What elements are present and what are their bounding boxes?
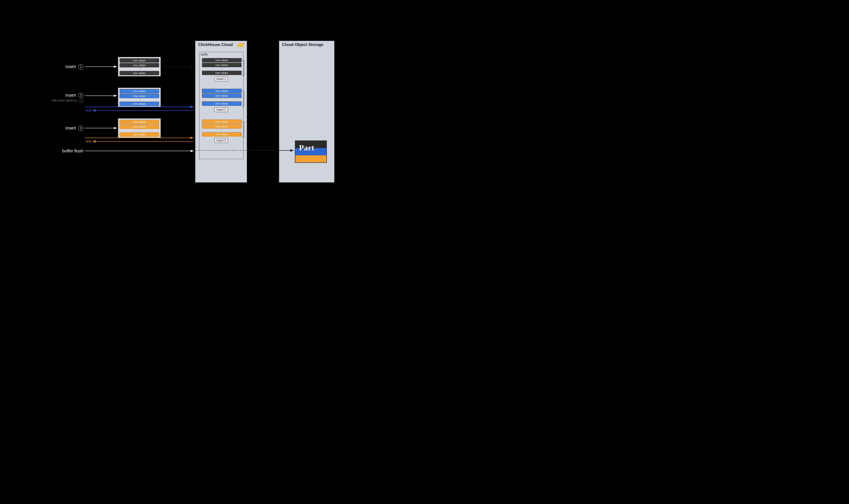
buffer-flush-label: buffer flush <box>55 148 83 154</box>
row-values-bar: row values <box>120 58 159 62</box>
row-values-bar: row values <box>202 132 242 137</box>
row-values-bar: row values <box>120 89 159 93</box>
insert-block-1: row values row values ⋮ row values <box>118 57 161 76</box>
vertical-ellipsis-icon: ⋮ <box>202 129 242 131</box>
row-values-bar: row values <box>202 120 242 124</box>
vertical-ellipsis-icon: ⋮ <box>202 98 242 100</box>
part-label: Part <box>299 143 314 152</box>
insert-block-2: row values row values ⋮ row values <box>118 88 161 107</box>
row-values-bar: row values <box>202 63 242 67</box>
row-values-bar: row values <box>202 93 242 98</box>
vertical-ellipsis-icon: ⋮ <box>119 68 161 70</box>
row-values-bar: row values <box>120 63 159 67</box>
row-values-bar: row values <box>120 120 159 124</box>
clickhouse-cloud-title: ClickHouse Cloud <box>198 42 233 47</box>
row-values-bar: row values <box>120 125 159 129</box>
step-number-1: 1 <box>78 64 83 70</box>
row-values-bar: row values <box>120 132 159 137</box>
vertical-ellipsis-icon: ⋮ <box>119 129 161 131</box>
row-values-bar: row values <box>202 124 242 129</box>
ack-label-orange: ACK <box>86 140 91 143</box>
insert-2-sublabel: with same values as 1 <box>43 98 83 103</box>
insert-3-badge: insert 3 <box>214 138 228 143</box>
row-values-bar: row values <box>120 102 159 106</box>
step-number-3: 3 <box>78 126 83 131</box>
ack-label-blue: ACK <box>86 109 91 112</box>
vertical-ellipsis-icon: ⋮ <box>119 99 161 100</box>
insert-2-badge: insert 2 <box>214 107 228 112</box>
row-values-bar: row values <box>202 89 242 93</box>
clickhouse-logo-icon <box>237 43 244 47</box>
row-values-bar: row values <box>120 94 159 98</box>
row-values-bar: row values <box>202 58 242 62</box>
insert-1-label: insert 1 <box>55 64 83 70</box>
insert-1-badge: insert 1 <box>214 77 228 82</box>
row-values-bar: row values <box>120 71 159 75</box>
step-number-2: 2 <box>78 93 83 98</box>
row-values-bar: row values <box>202 71 242 75</box>
buffer-label: buffer <box>201 53 208 56</box>
insert-3-label: insert 3 <box>55 126 83 131</box>
insert-2-label: insert 2 with same values as 1 <box>43 93 83 103</box>
row-values-bar: row values <box>202 102 242 106</box>
insert-block-3: row values row values ⋮ row values <box>118 118 161 138</box>
vertical-ellipsis-icon: ⋮ <box>202 68 242 69</box>
cloud-object-storage-title: Cloud Object Storage <box>282 42 323 47</box>
